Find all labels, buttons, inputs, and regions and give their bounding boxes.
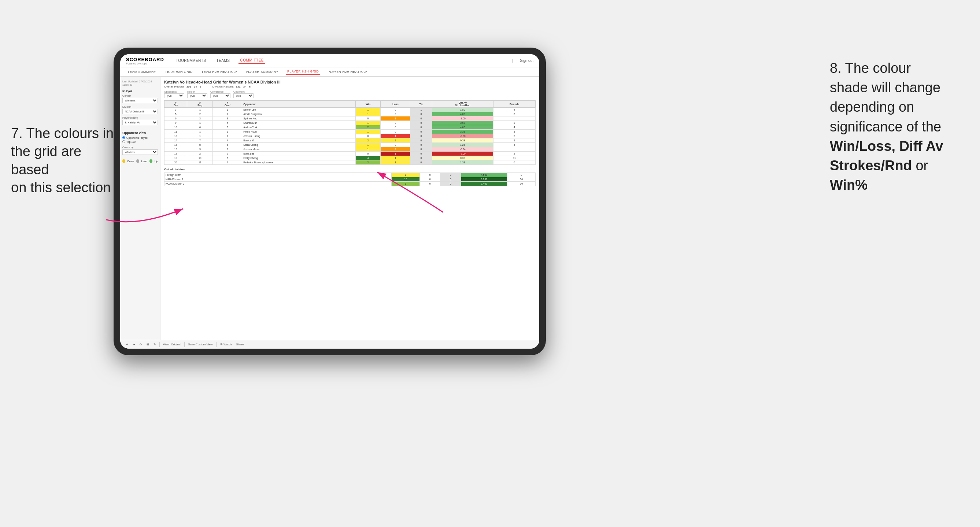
tablet-frame: SCOREBOARD Powered by clippd TOURNAMENTS…: [114, 48, 546, 355]
colour-by-select[interactable]: Win/loss: [123, 149, 158, 155]
table-row: 16 3 1 Jessica Mason 1 2 0 -0.94: [164, 147, 536, 152]
toolbar-save-custom-label: Save Custom View: [188, 343, 213, 346]
opponent-view-radio-group: Opponents Played Top 100: [123, 136, 158, 143]
table-row: 11 1 1 Heejo Hyun 1 0 0 3.33 3: [164, 130, 536, 134]
sub-nav-player-h2h-grid[interactable]: PLAYER H2H GRID: [286, 69, 320, 75]
sub-nav-player-h2h-heatmap[interactable]: PLAYER H2H HEATMAP: [326, 69, 369, 75]
nav-teams[interactable]: TEAMS: [215, 58, 231, 63]
table-row: 19 10 6 Emily Chang 4 1 0 0.30 11: [164, 156, 536, 160]
table-row: 9 1 4 Sharon Mun 1 0 0 3.67 3: [164, 121, 536, 125]
toolbar-divider2: [184, 342, 185, 347]
th-div: #Div: [164, 101, 187, 108]
sidebar-gender-label: Gender: [123, 94, 158, 97]
filter-opponent: Opponent (All): [233, 90, 253, 98]
filter-opponents-select[interactable]: (All): [164, 94, 184, 98]
grid-content: Katelyn Vo Head-to-Head Grid for Women's…: [161, 77, 539, 340]
data-table: #Div #Reg #Conf Opponent Win Loss Tie Di…: [164, 100, 536, 165]
sidebar-division-select[interactable]: NCAA Division III: [123, 109, 158, 114]
filter-conference-label: Conference: [210, 90, 231, 93]
table-row: 3 1 1 Esther Lee 1 0 1 1.50 4: [164, 108, 536, 112]
toolbar-view-original-label: View: Original: [163, 343, 181, 346]
table-row: 14 7 4 Eunice Yi 2 2 0 0.38 9: [164, 138, 536, 143]
bottom-toolbar: ↩ ↪ ⟳ ⊞ ✎ View: Original Save Custom Vie…: [120, 340, 539, 349]
toolbar-watch[interactable]: 👁 Watch: [219, 343, 233, 346]
nav-committee[interactable]: COMMITTEE: [239, 57, 265, 64]
table-row: 5 2 2 Alexis Sudjianto 1 0 0 4.00 3: [164, 112, 536, 116]
sub-nav: TEAM SUMMARY TEAM H2H GRID TEAM H2H HEAT…: [120, 67, 539, 77]
logo-area: SCOREBOARD Powered by clippd: [126, 57, 164, 65]
out-of-division-table: Foreign Team 1 0 0 4.500 2 NAIA Division…: [164, 173, 536, 186]
tablet-screen: SCOREBOARD Powered by clippd TOURNAMENTS…: [120, 54, 539, 349]
toolbar-view-original[interactable]: View: Original: [162, 343, 182, 346]
legend-dot-down: [123, 159, 125, 163]
filter-region-select[interactable]: (All): [187, 94, 207, 98]
filter-opponents-label: Opponents:: [164, 90, 184, 93]
sidebar-division-label: Division: [123, 105, 158, 108]
th-opponent: Opponent: [242, 101, 355, 108]
sidebar-timestamp: Last Updated: 27/03/2024 16:55:38: [123, 80, 158, 86]
radio-opponents-played-label: Opponents Played: [126, 137, 148, 139]
division-record-label: Division Record: 331 - 34 - 6: [213, 85, 251, 88]
radio-opponents-played[interactable]: Opponents Played: [123, 136, 158, 139]
toolbar-edit[interactable]: ✎: [153, 343, 157, 346]
legend-dot-up: [150, 159, 153, 163]
toolbar-redo[interactable]: ↪: [132, 343, 136, 346]
sub-nav-team-summary[interactable]: TEAM SUMMARY: [126, 69, 158, 75]
sidebar-player-rank-label: Player (Rank): [123, 116, 158, 119]
logo-text: SCOREBOARD: [126, 57, 164, 62]
filter-opponent-select[interactable]: (All): [233, 94, 253, 98]
toolbar-refresh[interactable]: ⟳: [138, 343, 143, 346]
toolbar-undo[interactable]: ↩: [124, 343, 129, 346]
filter-row: Opponents: (All) Region (All) Conference: [164, 90, 536, 98]
grid-record: Overall Record: 353 - 34 - 6 Division Re…: [164, 85, 536, 88]
opponent-view-section: Opponent view Opponents Played Top 100: [123, 131, 158, 143]
sidebar-player-section: Player: [123, 89, 158, 93]
table-row: NCAA Division 2 5 0 0 7.400 10: [164, 182, 536, 186]
table-row: 20 11 7 Federica Domecq Lacroze 2 1 0 1.…: [164, 160, 536, 165]
th-diff: Diff AvStrokes/Rnd: [432, 101, 493, 108]
th-tie: Tie: [410, 101, 432, 108]
radio-top100-label: Top 100: [126, 141, 135, 143]
toolbar-save-custom[interactable]: Save Custom View: [187, 343, 213, 346]
filter-opponents: Opponents: (All): [164, 90, 184, 98]
toolbar-share[interactable]: Share: [235, 343, 245, 346]
annotation-left: 7. The colours in the grid are based on …: [11, 124, 117, 197]
overall-record-label: Overall Record: 353 - 34 - 6: [164, 85, 202, 88]
table-row: Foreign Team 1 0 0 4.500 2: [164, 173, 536, 177]
sign-out-link[interactable]: Sign out: [520, 59, 533, 63]
table-row: 6 3 3 Sydney Kuo 0 1 0 -1.00: [164, 116, 536, 121]
nav-separator: |: [512, 59, 512, 63]
sidebar-gender-select[interactable]: Women's: [123, 98, 158, 103]
toolbar-divider3: [216, 342, 216, 347]
th-reg: #Reg: [187, 101, 213, 108]
filter-region-label: Region: [187, 90, 207, 93]
grid-title: Katelyn Vo Head-to-Head Grid for Women's…: [164, 80, 536, 84]
filter-conference: Conference (All): [210, 90, 231, 98]
table-row: 18 2 2 Euna Lee 0 1 0 -5.00 2: [164, 152, 536, 156]
th-win: Win: [355, 101, 381, 108]
opponent-view-title: Opponent view: [123, 131, 158, 135]
filter-conference-select[interactable]: (All): [210, 94, 231, 98]
logo-sub: Powered by clippd: [126, 62, 164, 65]
legend-row: Down Level Up: [123, 159, 158, 163]
filter-region: Region (All): [187, 90, 207, 98]
sub-nav-player-summary[interactable]: PLAYER SUMMARY: [244, 69, 280, 75]
th-rounds: Rounds: [493, 101, 536, 108]
legend-dot-level: [136, 159, 139, 163]
nav-tournaments[interactable]: TOURNAMENTS: [174, 58, 208, 63]
toolbar-grid[interactable]: ⊞: [145, 343, 150, 346]
main-content: Last Updated: 27/03/2024 16:55:38 Player…: [120, 77, 539, 340]
sidebar-player-rank-select[interactable]: 8. Katelyn Vo: [123, 120, 158, 125]
table-row: 15 8 5 Stella Cheng 1 0 0 1.25 4: [164, 143, 536, 147]
top-nav: SCOREBOARD Powered by clippd TOURNAMENTS…: [120, 54, 539, 67]
legend-label-level: Level: [142, 160, 148, 163]
table-row: 13 1 1 Jessica Huang 0 1 0 -3.00 2: [164, 134, 536, 138]
filter-opponent-label: Opponent: [233, 90, 253, 93]
out-of-division-header: Out of division: [164, 168, 536, 171]
toolbar-divider: [159, 342, 160, 347]
annotation-right: 8. The colour shade will change dependin…: [830, 59, 969, 195]
sub-nav-team-h2h-grid[interactable]: TEAM H2H GRID: [163, 69, 194, 75]
sub-nav-team-h2h-heatmap[interactable]: TEAM H2H HEATMAP: [200, 69, 239, 75]
radio-top100[interactable]: Top 100: [123, 140, 158, 143]
table-row: 10 6 3 Andrea York 2 0 0 4.00 4: [164, 125, 536, 130]
